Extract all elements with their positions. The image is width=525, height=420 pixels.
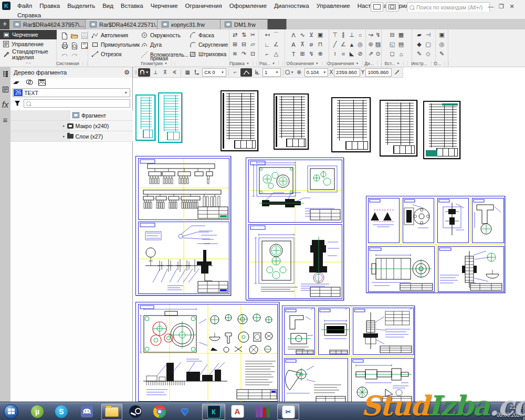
menu-select[interactable]: Выделить bbox=[64, 0, 99, 12]
tool-icon[interactable]: ↯ bbox=[374, 30, 383, 39]
tool-icon[interactable]: ↷ bbox=[239, 49, 248, 58]
tool-icon[interactable]: ▦ bbox=[397, 30, 406, 39]
tool-icon[interactable]: ▱ bbox=[248, 40, 257, 49]
tool-icon[interactable]: ⌒ bbox=[272, 30, 281, 39]
parambar-grip[interactable]: ⣿ bbox=[134, 70, 137, 75]
coordinate-system-select[interactable]: СК 0▼ bbox=[202, 68, 226, 77]
mode-drawing-button[interactable]: Черчение bbox=[0, 30, 57, 39]
tool-icon[interactable]: ⌀ bbox=[307, 40, 316, 49]
tool-icon[interactable]: ⊓ bbox=[316, 40, 325, 49]
restore-button[interactable]: ❐ bbox=[496, 2, 507, 11]
tool-hatch[interactable]: Штриховка bbox=[189, 49, 226, 58]
tool-icon[interactable]: ▲ bbox=[348, 40, 356, 49]
tool-icon[interactable]: ✎ bbox=[415, 49, 424, 58]
grid-toggle-icon[interactable]: ▦ bbox=[183, 68, 192, 77]
tool-icon[interactable]: ▨ bbox=[374, 40, 383, 49]
menu-help[interactable]: Справка bbox=[14, 12, 45, 19]
skype-icon[interactable]: S bbox=[54, 404, 69, 419]
text-style-selector[interactable]: 26 TEXT ▼ bbox=[13, 88, 130, 97]
x-coord-field[interactable]: 2359.860 bbox=[334, 68, 360, 77]
zoom-scale-icon[interactable]: ⊕ bbox=[295, 68, 303, 77]
print-preview-icon[interactable] bbox=[70, 41, 79, 50]
tool-icon[interactable]: ∥ bbox=[339, 30, 348, 39]
eyedropper-icon[interactable] bbox=[393, 68, 401, 77]
y-coord-field[interactable]: 1005.860 bbox=[365, 68, 392, 77]
new-tab-button[interactable]: + bbox=[0, 19, 9, 29]
tool-icon[interactable]: ⊼ bbox=[298, 40, 307, 49]
tab-document-4[interactable]: DM1.frw bbox=[220, 19, 268, 29]
tree-search-input[interactable] bbox=[24, 99, 130, 108]
fragment-tree-icon[interactable] bbox=[1, 69, 9, 78]
tab-document-2[interactable]: Rar$DRa4624.22571\... bbox=[86, 19, 158, 29]
tool-icon[interactable]: ○ bbox=[356, 30, 365, 39]
redo-icon[interactable] bbox=[70, 51, 79, 60]
menu-drawing[interactable]: Черчение bbox=[147, 0, 182, 12]
kompas-app-icon[interactable]: К bbox=[202, 404, 225, 420]
layer-icon[interactable] bbox=[253, 68, 261, 77]
heart-app-icon[interactable]: ♥ bbox=[177, 404, 193, 419]
open-document-icon[interactable] bbox=[70, 31, 79, 40]
file-explorer-icon[interactable] bbox=[101, 404, 122, 420]
tool-icon[interactable]: ◣ bbox=[348, 49, 356, 58]
tab-document-1[interactable]: Rar$DRa4624.37957\... ✕ bbox=[9, 19, 86, 29]
undo-icon[interactable] bbox=[60, 51, 69, 60]
tool-icon[interactable]: ∟ bbox=[263, 40, 272, 49]
new-document-icon[interactable] bbox=[60, 31, 69, 40]
tool-icon[interactable]: ▣ bbox=[316, 30, 325, 39]
tool-icon[interactable]: ≋ bbox=[230, 49, 239, 58]
tree-item-macro[interactable]: ▸ Макро (x240) bbox=[10, 121, 133, 131]
steam-icon[interactable] bbox=[128, 404, 143, 419]
tool-icon[interactable]: ⊕ bbox=[316, 49, 325, 58]
discord-icon[interactable] bbox=[79, 404, 94, 419]
tool-icon[interactable]: ⊥ bbox=[348, 30, 356, 39]
interface-layout-icon[interactable] bbox=[371, 2, 383, 12]
tool-icon[interactable]: ⌂ bbox=[397, 49, 406, 58]
tool-segment[interactable]: Отрезок bbox=[91, 49, 122, 58]
close-button[interactable]: ✕ bbox=[507, 2, 517, 11]
tool-icon[interactable]: ▣ bbox=[437, 30, 446, 39]
tool-icon[interactable]: ⊟ bbox=[239, 40, 248, 49]
snap-angle-icon[interactable]: ∢ bbox=[170, 68, 178, 77]
variables-fx-icon[interactable]: fx bbox=[1, 101, 9, 109]
tool-icon[interactable]: ◻ bbox=[388, 49, 397, 58]
tool-icon[interactable]: ◎ bbox=[356, 40, 365, 49]
tool-icon[interactable]: ╱ bbox=[331, 40, 340, 49]
tool-icon[interactable]: ◇ bbox=[424, 49, 433, 58]
tool-icon[interactable]: ∠ bbox=[272, 40, 281, 49]
command-search-input[interactable]: Поиск по командам (Alt+/) bbox=[407, 2, 490, 13]
modes-collapse-chevron[interactable]: ⌄⌄ bbox=[0, 60, 57, 65]
tool-autoline[interactable]: Автолиния bbox=[91, 30, 128, 39]
tool-icon[interactable]: Λ bbox=[289, 30, 298, 39]
tool-icon[interactable]: ∠ bbox=[339, 40, 348, 49]
tool-icon[interactable]: ✂ bbox=[248, 30, 257, 39]
start-button[interactable] bbox=[3, 404, 19, 419]
menu-edit[interactable]: Правка bbox=[36, 0, 64, 12]
chrome-icon[interactable] bbox=[152, 404, 167, 419]
filter-funnel-icon[interactable] bbox=[13, 99, 22, 108]
screen-presentation-icon[interactable] bbox=[386, 2, 398, 12]
tool-icon[interactable]: ✎ bbox=[437, 49, 446, 58]
snap-point-icon[interactable]: ⊼ bbox=[161, 68, 169, 77]
tool-icon[interactable]: △ bbox=[272, 49, 281, 58]
expander-icon[interactable]: ▸ bbox=[63, 124, 65, 128]
section-handle[interactable]: ⋮⋮ bbox=[169, 61, 176, 66]
tool-icon[interactable]: ⊡ bbox=[248, 49, 257, 58]
autocad-icon[interactable]: A bbox=[229, 404, 245, 419]
tree-item-layers[interactable]: ▸ Слои (x27) bbox=[10, 131, 133, 142]
zoom-value-select[interactable]: 0.104▼ bbox=[304, 68, 329, 77]
tool-circle[interactable]: Окружность bbox=[141, 30, 181, 39]
snap-magnet-button[interactable]: ▼ bbox=[138, 68, 150, 77]
tool-icon[interactable]: ▢ bbox=[424, 40, 433, 49]
tool-icon[interactable]: ↯ bbox=[307, 49, 316, 58]
menu-constraints[interactable]: Ограничения bbox=[182, 0, 226, 12]
tool-icon[interactable]: ∿ bbox=[298, 30, 307, 39]
tool-icon[interactable]: ◎ bbox=[437, 40, 446, 49]
tool-icon[interactable]: ≀ bbox=[331, 49, 340, 58]
tool-fillet[interactable]: Скругление bbox=[189, 40, 228, 49]
menu-insert[interactable]: Вставка bbox=[117, 0, 147, 12]
zoom-area-icon[interactable]: ▼ bbox=[286, 68, 294, 77]
print-icon[interactable] bbox=[60, 41, 69, 50]
minimize-button[interactable]: — bbox=[486, 2, 496, 11]
layer-slope-icon[interactable] bbox=[13, 80, 20, 85]
tool-rectangle[interactable]: Прямоугольник bbox=[91, 40, 140, 49]
